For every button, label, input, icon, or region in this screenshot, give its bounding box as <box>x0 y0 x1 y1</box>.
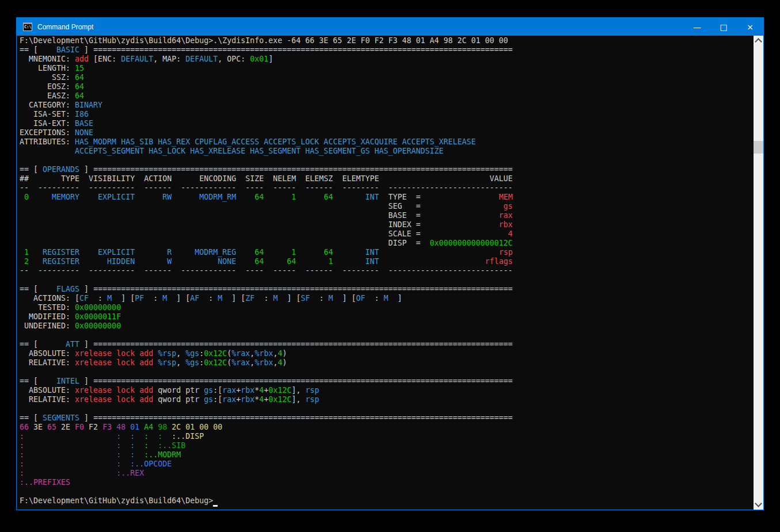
terminal-text: : <box>144 441 149 450</box>
scrollbar-thumb[interactable] <box>754 141 763 154</box>
terminal-text <box>24 441 116 450</box>
terminal-line: ## TYPE VISIBILITY ACTION ENCODING SIZE … <box>20 174 754 183</box>
terminal-text: 01 <box>130 423 139 431</box>
terminal-text: 64 <box>296 248 333 257</box>
close-button[interactable]: × <box>737 18 763 36</box>
terminal-line: == [ FLAGS ] ===========================… <box>20 285 754 294</box>
scrollbar-down-button[interactable] <box>754 500 763 510</box>
terminal-text: OF <box>356 294 366 303</box>
terminal-text: rflags <box>485 257 513 266</box>
terminal-text: RELATIVE: <box>20 358 75 367</box>
terminal-text: EASZ: <box>20 91 75 100</box>
terminal-line: ACCEPTS_SEGMENT HAS_LOCK HAS_XRELEASE HA… <box>20 147 754 156</box>
terminal-text: -- --------- ---------- ------ ---------… <box>20 266 513 275</box>
terminal-text: FLAGS <box>38 285 79 293</box>
terminal-text: add <box>75 55 89 63</box>
minimize-button[interactable]: — <box>684 18 710 36</box>
terminal-text <box>135 432 144 441</box>
terminal-text: INDEX = <box>388 220 499 229</box>
terminal-text: == [ <box>20 414 38 422</box>
scrollbar[interactable] <box>754 36 763 510</box>
terminal-line: : : : :..MODRM <box>20 450 754 460</box>
terminal-text: ] [ <box>333 294 356 303</box>
terminal-text: rsp <box>305 386 319 395</box>
terminal-text: INT <box>333 257 379 266</box>
terminal-text <box>24 432 116 441</box>
terminal-text: , OPC: <box>218 55 250 63</box>
maximize-button[interactable]: □ <box>710 18 737 36</box>
terminal-line: TESTED: 0x00000000 <box>20 303 754 312</box>
terminal-text <box>121 432 130 441</box>
terminal-text: rax <box>222 386 236 395</box>
terminal-text <box>125 423 130 431</box>
terminal-line: 66 3E 65 2E F0 F2 F3 48 01 A4 98 2C 01 0… <box>20 423 754 432</box>
terminal-text: DISP = <box>388 239 429 247</box>
terminal-text: rax <box>222 395 236 404</box>
terminal-text: :..DISP <box>172 432 204 441</box>
terminal-line: UNDEFINED: 0x00000000 <box>20 322 754 331</box>
terminal-text: 3E <box>29 423 47 431</box>
terminal-text: ABSOLUTE: <box>20 386 75 395</box>
terminal-text: M <box>107 294 112 303</box>
terminal-text: : <box>116 432 121 441</box>
terminal-text: 0 <box>20 193 29 201</box>
terminal-text: : <box>144 294 162 303</box>
terminal-text <box>135 441 144 450</box>
terminal-line: 2 REGISTER HIDDEN W NONE 64 64 1 INT rfl… <box>20 257 754 266</box>
terminal-line <box>20 368 754 377</box>
terminal-cursor: _ <box>213 496 218 507</box>
terminal-text: , MAP: <box>153 55 185 63</box>
terminal-text: 2C 01 00 00 <box>172 423 222 431</box>
terminal-text: BASIC <box>38 45 79 54</box>
terminal-text: : <box>199 294 218 303</box>
terminal-text: rsp <box>499 248 513 257</box>
maximize-icon: □ <box>720 22 727 32</box>
terminal-line: -- --------- ---------- ------ ---------… <box>20 266 754 275</box>
terminal-text: DEFAULT <box>185 55 218 63</box>
terminal-text: MODIFIED: <box>20 312 75 321</box>
scrollbar-up-button[interactable] <box>754 36 763 45</box>
terminal-text <box>149 441 158 450</box>
terminal-text: F0 <box>75 423 84 431</box>
terminal-text: [ENC: <box>89 55 121 63</box>
terminal-line: EASZ: 64 <box>20 91 754 101</box>
terminal-text: M <box>384 294 389 303</box>
terminal-text <box>20 239 388 247</box>
terminal-text: :[ <box>213 386 222 395</box>
terminal-text: CF <box>79 294 89 303</box>
terminal-line <box>20 404 754 414</box>
terminal-line: DISP = 0x000000000000012C <box>20 239 754 248</box>
terminal-text: == [ <box>20 45 38 54</box>
terminal-text: %gs <box>185 358 199 367</box>
terminal-line: 0 MEMORY EXPLICIT RW MODRM_RM 64 1 64 IN… <box>20 193 754 202</box>
terminal-text <box>149 432 158 441</box>
terminal-text <box>20 229 388 238</box>
terminal-text: RW <box>135 193 172 201</box>
terminal-text: : <box>366 294 384 303</box>
terminal-text: : <box>116 441 121 450</box>
terminal-text: ] <box>389 294 402 303</box>
terminal-text: 64 <box>236 257 264 266</box>
title-bar[interactable]: C:\ Command Prompt — □ × <box>17 18 763 36</box>
terminal-text: ========================================… <box>93 45 513 54</box>
console-area[interactable]: F:\Development\GitHub\zydis\Build64\Debu… <box>17 36 763 510</box>
terminal-text: LENGTH: <box>20 64 75 72</box>
terminal-text: REGISTER <box>29 248 79 257</box>
terminal-text: INT <box>333 193 379 201</box>
terminal-text: == [ <box>20 285 38 293</box>
window-title: Command Prompt <box>37 23 93 31</box>
terminal-text: ] [ <box>222 294 245 303</box>
terminal-line <box>20 275 754 285</box>
terminal-text: BINARY <box>75 101 102 109</box>
terminal-line: -- --------- ---------- ------ ---------… <box>20 183 754 193</box>
terminal-line: SSZ: 64 <box>20 73 754 82</box>
terminal-output: F:\Development\GitHub\zydis\Build64\Debu… <box>20 36 754 510</box>
terminal-text: : <box>130 432 135 441</box>
terminal-text: ], <box>291 386 305 395</box>
terminal-text: NONE <box>172 257 236 266</box>
terminal-text: ] [ <box>277 294 300 303</box>
terminal-text: : <box>20 450 24 459</box>
terminal-text: NONE <box>75 128 93 137</box>
terminal-text: F3 <box>102 423 112 431</box>
terminal-text: ========================================… <box>93 285 513 293</box>
